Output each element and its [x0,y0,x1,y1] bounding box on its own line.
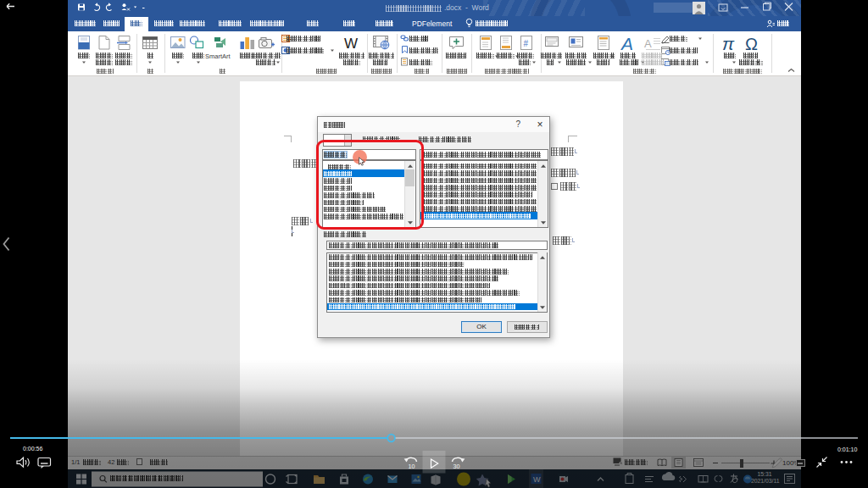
svg-text:30: 30 [453,463,460,470]
svg-text:0:00:56: 0:00:56 [23,446,42,452]
svg-text:0:01:10: 0:01:10 [837,446,857,452]
svg-text:10: 10 [409,463,415,470]
